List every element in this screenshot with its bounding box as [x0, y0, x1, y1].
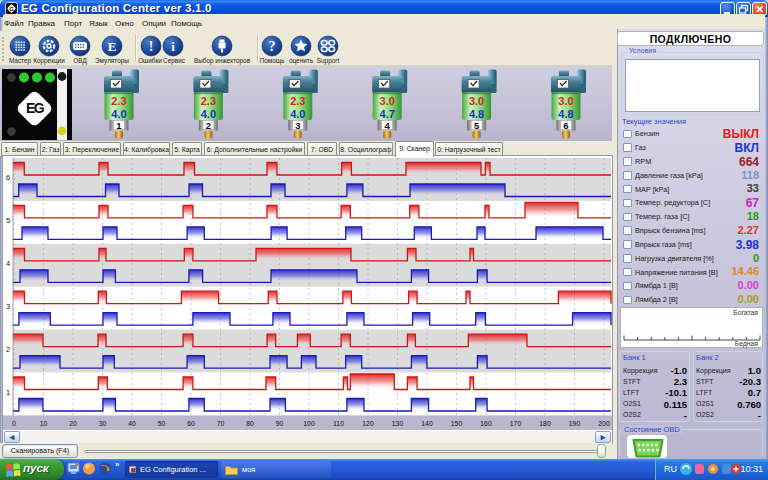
- svg-text:160: 160: [480, 420, 492, 427]
- svg-text:120: 120: [362, 420, 374, 427]
- svg-text:1: 1: [116, 120, 122, 131]
- svg-text:0: 0: [12, 420, 16, 427]
- svg-text:E: E: [108, 39, 117, 54]
- svg-text:200: 200: [598, 420, 610, 427]
- svg-text:EG: EG: [26, 100, 45, 116]
- svg-text:50: 50: [158, 420, 166, 427]
- svg-text:180: 180: [539, 420, 551, 427]
- svg-text:10: 10: [40, 420, 48, 427]
- svg-text:5: 5: [6, 216, 10, 225]
- svg-text:3: 3: [6, 302, 10, 311]
- svg-text:90: 90: [276, 420, 284, 427]
- svg-text:2: 2: [206, 120, 211, 131]
- svg-text:»: »: [115, 460, 120, 469]
- svg-text:4.8: 4.8: [469, 108, 484, 120]
- svg-text:100: 100: [303, 420, 315, 427]
- svg-text:2.3: 2.3: [111, 95, 126, 107]
- svg-text:20: 20: [69, 420, 77, 427]
- svg-text:5: 5: [474, 120, 480, 131]
- svg-text:1: 1: [6, 388, 10, 397]
- svg-text:3.0: 3.0: [380, 95, 395, 107]
- svg-text:!: !: [149, 39, 154, 54]
- svg-text:4.0: 4.0: [290, 108, 305, 120]
- svg-text:190: 190: [569, 420, 581, 427]
- svg-text:4: 4: [385, 120, 391, 131]
- svg-text:4.8: 4.8: [558, 108, 573, 120]
- svg-text:80: 80: [246, 420, 254, 427]
- svg-text:6: 6: [563, 120, 568, 131]
- svg-text:G: G: [9, 6, 14, 12]
- svg-text:140: 140: [421, 420, 433, 427]
- svg-text:30: 30: [99, 420, 107, 427]
- svg-text:2.3: 2.3: [290, 95, 305, 107]
- svg-text:4: 4: [6, 259, 10, 268]
- svg-text:6: 6: [6, 173, 10, 182]
- svg-text:110: 110: [333, 420, 344, 427]
- svg-text:i: i: [171, 39, 175, 54]
- svg-text:4.0: 4.0: [111, 108, 126, 120]
- svg-text:170: 170: [510, 420, 522, 427]
- svg-text:40: 40: [128, 420, 136, 427]
- svg-text:4.0: 4.0: [201, 108, 216, 120]
- svg-text:2: 2: [6, 345, 10, 354]
- svg-text:3.0: 3.0: [558, 95, 573, 107]
- svg-text:60: 60: [187, 420, 195, 427]
- svg-text:3.0: 3.0: [469, 95, 484, 107]
- svg-text:?: ?: [269, 39, 276, 54]
- svg-text:2.3: 2.3: [201, 95, 216, 107]
- svg-text:130: 130: [392, 420, 404, 427]
- svg-text:3: 3: [295, 120, 300, 131]
- svg-text:4.7: 4.7: [380, 108, 395, 120]
- svg-text:150: 150: [451, 420, 463, 427]
- svg-text:70: 70: [217, 420, 225, 427]
